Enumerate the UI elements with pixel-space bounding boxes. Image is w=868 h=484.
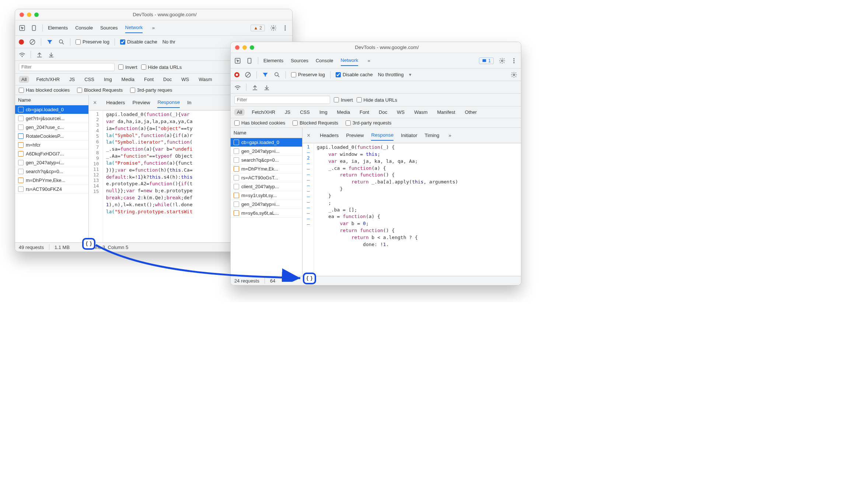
chip-img[interactable]: Img bbox=[317, 109, 330, 116]
chip-wasm[interactable]: Wasm bbox=[412, 109, 430, 116]
inspect-icon[interactable] bbox=[234, 57, 241, 64]
third-party-checkbox[interactable]: 3rd-party reques bbox=[130, 87, 172, 93]
search-icon[interactable] bbox=[58, 39, 65, 45]
dtab-response[interactable]: Response bbox=[371, 130, 393, 141]
blocked-requests-checkbox[interactable]: Blocked Requests bbox=[293, 120, 338, 126]
hide-data-urls-checkbox[interactable]: Hide data URLs bbox=[141, 64, 182, 70]
zoom-icon[interactable] bbox=[34, 13, 39, 17]
chip-ws[interactable]: WS bbox=[179, 76, 192, 83]
close-icon[interactable] bbox=[235, 45, 239, 50]
network-conditions-icon[interactable] bbox=[19, 51, 25, 58]
more-tabs-icon[interactable]: » bbox=[365, 57, 372, 64]
chip-all[interactable]: All bbox=[19, 76, 29, 83]
chip-font[interactable]: Font bbox=[141, 76, 156, 83]
filter-input[interactable] bbox=[234, 96, 330, 104]
request-row[interactable]: rs=ACT90oGsT... bbox=[231, 173, 302, 182]
more-tabs-icon[interactable]: » bbox=[447, 132, 453, 139]
settings-icon[interactable] bbox=[270, 25, 277, 31]
zoom-icon[interactable] bbox=[250, 45, 254, 50]
close-detail-icon[interactable]: × bbox=[307, 132, 310, 139]
request-row[interactable]: client_204?atyp... bbox=[231, 182, 302, 191]
request-row[interactable]: cb=gapi.loaded_0 bbox=[15, 105, 88, 114]
search-icon[interactable] bbox=[274, 71, 280, 78]
throttling-select[interactable]: No throttling bbox=[378, 72, 404, 77]
tab-elements[interactable]: Elements bbox=[48, 23, 68, 33]
tab-sources[interactable]: Sources bbox=[100, 23, 118, 33]
dtab-timing[interactable]: Timing bbox=[424, 130, 439, 140]
blocked-cookies-checkbox[interactable]: Has blocked cookies bbox=[234, 120, 285, 126]
request-row[interactable]: gen_204?atyp=i... bbox=[231, 147, 302, 156]
hide-data-urls-checkbox[interactable]: Hide data URLs bbox=[357, 97, 398, 103]
chevron-down-icon[interactable]: ▾ bbox=[409, 72, 412, 77]
dtab-initiator[interactable]: Initiator bbox=[401, 130, 417, 140]
minimize-icon[interactable] bbox=[242, 45, 247, 50]
request-row[interactable]: rs=ACT90oFKZ4 bbox=[15, 185, 88, 194]
device-icon[interactable] bbox=[31, 25, 37, 31]
throttling-select[interactable]: No thr bbox=[162, 39, 175, 45]
network-conditions-icon[interactable] bbox=[234, 84, 241, 91]
preserve-log-checkbox[interactable]: Preserve log bbox=[76, 39, 109, 45]
chip-doc[interactable]: Doc bbox=[376, 109, 390, 116]
filter-icon[interactable] bbox=[46, 39, 53, 45]
chip-media[interactable]: Media bbox=[119, 76, 137, 83]
warnings-badge[interactable]: ▲ 2 bbox=[251, 25, 265, 31]
blocked-requests-checkbox[interactable]: Blocked Requests bbox=[77, 87, 123, 93]
chip-js[interactable]: JS bbox=[67, 76, 77, 83]
chip-fetch[interactable]: Fetch/XHR bbox=[34, 76, 62, 83]
upload-har-icon[interactable] bbox=[36, 51, 43, 58]
chip-all[interactable]: All bbox=[234, 109, 245, 116]
tab-network[interactable]: Network bbox=[125, 22, 143, 33]
download-har-icon[interactable] bbox=[263, 84, 270, 91]
filter-icon[interactable] bbox=[262, 71, 269, 78]
tab-console[interactable]: Console bbox=[75, 23, 93, 33]
network-settings-icon[interactable] bbox=[511, 71, 517, 78]
more-tabs-icon[interactable]: » bbox=[150, 25, 157, 31]
upload-har-icon[interactable] bbox=[252, 84, 258, 91]
list-header[interactable]: Name bbox=[15, 95, 88, 105]
request-row[interactable]: m=DhPYme,Ek... bbox=[231, 165, 302, 173]
close-icon[interactable] bbox=[20, 13, 24, 17]
invert-checkbox[interactable]: Invert bbox=[334, 97, 353, 103]
issues-badge[interactable]: 1 bbox=[479, 57, 494, 64]
chip-css[interactable]: CSS bbox=[297, 109, 312, 116]
blocked-cookies-checkbox[interactable]: Has blocked cookies bbox=[19, 87, 70, 93]
inspect-icon[interactable] bbox=[19, 25, 25, 31]
request-row[interactable]: get?rt=j&sourcei... bbox=[15, 114, 88, 123]
device-icon[interactable] bbox=[246, 57, 253, 64]
request-row[interactable]: m=hfcr bbox=[15, 141, 88, 150]
code-body[interactable]: gapi.loaded_0(function(_) { var window =… bbox=[314, 143, 461, 276]
chip-manifest[interactable]: Manifest bbox=[434, 109, 458, 116]
chip-css[interactable]: CSS bbox=[82, 76, 97, 83]
tab-console[interactable]: Console bbox=[316, 56, 333, 66]
record-icon[interactable] bbox=[234, 72, 239, 77]
clear-icon[interactable] bbox=[245, 71, 251, 78]
request-row[interactable]: m=sy6s,sy6t,aL... bbox=[231, 209, 302, 218]
request-row[interactable]: A6DkqFxHDGl7... bbox=[15, 150, 88, 158]
dtab-headers[interactable]: Headers bbox=[320, 130, 339, 140]
dtab-initiator[interactable]: In bbox=[187, 98, 191, 108]
request-row[interactable]: m=DhPYme,Eke... bbox=[15, 176, 88, 185]
code-body[interactable]: gapi.loaded_0(function(_){varvar da,ha,i… bbox=[103, 111, 196, 242]
chip-media[interactable]: Media bbox=[335, 109, 353, 116]
request-row[interactable]: search?q&cp=0... bbox=[231, 156, 302, 165]
dtab-preview[interactable]: Preview bbox=[132, 98, 150, 108]
pretty-print-button-before[interactable] bbox=[82, 238, 95, 250]
request-row[interactable]: m=sy1r,sybt,sy... bbox=[231, 191, 302, 200]
disable-cache-checkbox[interactable]: Disable cache bbox=[336, 72, 373, 77]
kebab-icon[interactable] bbox=[282, 25, 288, 31]
chip-img[interactable]: Img bbox=[101, 76, 115, 83]
download-har-icon[interactable] bbox=[48, 51, 55, 58]
pretty-print-button-after[interactable] bbox=[303, 273, 316, 284]
request-row[interactable]: gen_204?atyp=i... bbox=[231, 200, 302, 209]
request-row[interactable]: search?q&cp=0... bbox=[15, 167, 88, 176]
dtab-response[interactable]: Response bbox=[157, 97, 180, 108]
chip-doc[interactable]: Doc bbox=[161, 76, 174, 83]
record-icon[interactable] bbox=[19, 39, 24, 45]
chip-wasm[interactable]: Wasm bbox=[196, 76, 214, 83]
chip-other[interactable]: Other bbox=[462, 109, 480, 116]
chip-fetch[interactable]: Fetch/XHR bbox=[249, 109, 278, 116]
close-detail-icon[interactable]: × bbox=[93, 99, 97, 106]
third-party-checkbox[interactable]: 3rd-party requests bbox=[346, 120, 392, 126]
dtab-headers[interactable]: Headers bbox=[106, 98, 125, 108]
kebab-icon[interactable] bbox=[511, 57, 517, 64]
